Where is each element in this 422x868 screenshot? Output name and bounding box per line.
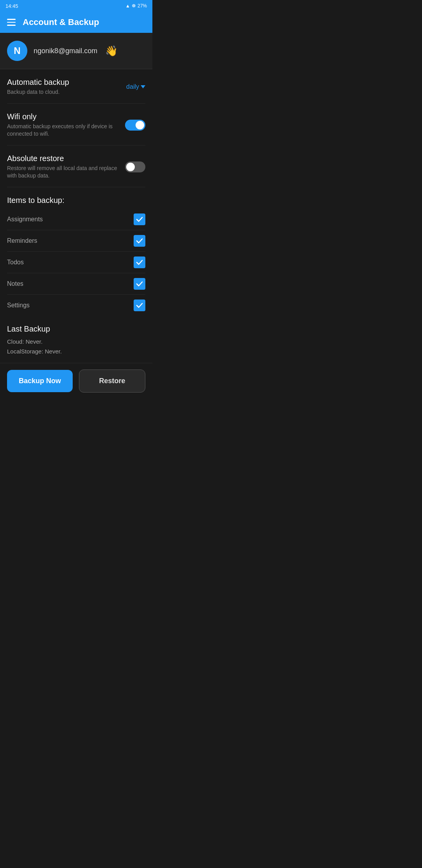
restore-button[interactable]: Restore — [79, 369, 145, 393]
wifi-only-row: Wifi only Automatic backup executes only… — [7, 112, 145, 138]
status-bar: 14:45 ▲ ☸ 27% — [0, 0, 152, 12]
wifi-only-toggle[interactable] — [125, 120, 145, 131]
check-icon — [136, 302, 143, 309]
backup-item-assignments: Assignments — [7, 209, 145, 230]
backup-item-reminders: Reminders — [7, 230, 145, 252]
check-icon — [136, 259, 143, 266]
absolute-restore-toggle[interactable] — [125, 161, 145, 172]
status-icons: ▲ ☸ 27% — [125, 3, 147, 9]
automatic-backup-left: Automatic backup Backup data to cloud. — [7, 78, 126, 96]
backup-checkbox-notes[interactable] — [134, 278, 145, 290]
bluetooth-icon: ▲ — [125, 3, 130, 9]
check-icon — [136, 237, 143, 244]
status-time: 14:45 — [5, 3, 18, 9]
automatic-backup-section: Automatic backup Backup data to cloud. d… — [7, 69, 145, 104]
wifi-only-toggle-thumb — [136, 121, 144, 129]
absolute-restore-left: Absolute restore Restore will remove all… — [7, 154, 125, 180]
absolute-restore-row: Absolute restore Restore will remove all… — [7, 154, 145, 180]
automatic-backup-title: Automatic backup — [7, 78, 126, 87]
last-backup-title: Last Backup — [7, 325, 145, 334]
settings-content: Automatic backup Backup data to cloud. d… — [0, 69, 152, 363]
page-title: Account & Backup — [23, 17, 99, 27]
backup-item-notes: Notes — [7, 273, 145, 295]
backup-frequency-dropdown[interactable]: daily — [126, 83, 145, 90]
avatar: N — [7, 41, 27, 61]
items-to-backup-section: Items to backup: Assignments Reminders T… — [7, 187, 145, 316]
backup-item-settings: Settings — [7, 295, 145, 316]
backup-checkbox-settings[interactable] — [134, 299, 145, 311]
backup-now-button[interactable]: Backup Now — [7, 370, 73, 392]
backup-checkbox-reminders[interactable] — [134, 235, 145, 247]
check-icon — [136, 280, 143, 287]
menu-button[interactable] — [7, 19, 16, 26]
backup-item-label-todos: Todos — [7, 259, 24, 266]
backup-item-label-notes: Notes — [7, 280, 23, 287]
last-backup-local: LocalStorage: Never. — [7, 346, 145, 357]
items-to-backup-title: Items to backup: — [7, 187, 145, 209]
chevron-down-icon — [141, 85, 145, 88]
backup-item-todos: Todos — [7, 252, 145, 273]
app-bar: Account & Backup — [0, 12, 152, 33]
absolute-restore-desc: Restore will remove all local data and r… — [7, 165, 125, 180]
automatic-backup-desc: Backup data to cloud. — [7, 88, 126, 96]
backup-checkbox-assignments[interactable] — [134, 213, 145, 225]
automatic-backup-row: Automatic backup Backup data to cloud. d… — [7, 78, 145, 96]
battery-text: 27% — [138, 3, 147, 9]
backup-item-label-reminders: Reminders — [7, 237, 37, 244]
signal-icon: ☸ — [132, 3, 136, 9]
backup-item-label-settings: Settings — [7, 302, 30, 309]
account-email: ngonik8@gmail.com — [34, 47, 97, 55]
last-backup-cloud: Cloud: Never. — [7, 337, 145, 347]
wifi-only-left: Wifi only Automatic backup executes only… — [7, 112, 125, 138]
bottom-buttons: Backup Now Restore — [0, 363, 152, 402]
wifi-only-section: Wifi only Automatic backup executes only… — [7, 104, 145, 145]
wifi-only-title: Wifi only — [7, 112, 125, 121]
check-icon — [136, 216, 143, 223]
backup-item-label-assignments: Assignments — [7, 216, 43, 223]
account-section: N ngonik8@gmail.com 👋 — [0, 33, 152, 69]
backup-checkbox-todos[interactable] — [134, 256, 145, 268]
absolute-restore-toggle-thumb — [126, 163, 135, 171]
backup-frequency-value: daily — [126, 83, 139, 90]
wave-emoji: 👋 — [105, 45, 118, 57]
absolute-restore-title: Absolute restore — [7, 154, 125, 163]
wifi-only-desc: Automatic backup executes only if device… — [7, 123, 125, 138]
absolute-restore-section: Absolute restore Restore will remove all… — [7, 145, 145, 187]
last-backup-section: Last Backup Cloud: Never. LocalStorage: … — [7, 316, 145, 363]
